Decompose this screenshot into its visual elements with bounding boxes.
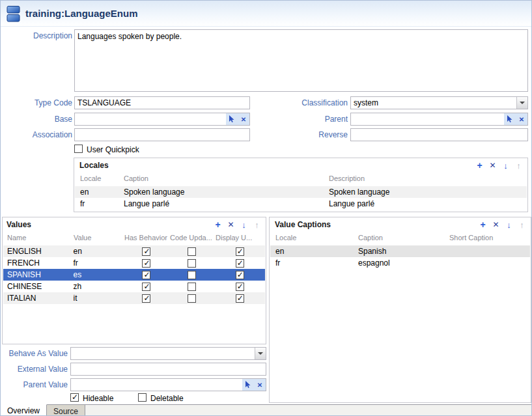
locale-cell: en: [270, 247, 358, 256]
values-row[interactable]: SPANISH es: [3, 269, 265, 281]
classification-combo[interactable]: system: [350, 96, 528, 109]
clear-reference-icon[interactable]: ✕: [254, 379, 266, 391]
locales-header-description: Description: [329, 174, 527, 182]
caption-cell: espagnol: [358, 258, 449, 268]
code-update-checkbox[interactable]: [188, 259, 196, 268]
name-cell: CHINESE: [3, 282, 73, 291]
locale-cell: fr: [75, 199, 124, 208]
association-label: Association: [7, 130, 72, 139]
name-cell: SPANISH: [3, 270, 73, 279]
tab-overview[interactable]: Overview: [1, 404, 47, 416]
user-quickpick-label: User Quickpick: [87, 145, 139, 154]
delete-icon[interactable]: ✕: [491, 220, 501, 229]
classification-value: system: [351, 98, 516, 107]
delete-icon[interactable]: ✕: [488, 161, 497, 170]
has-behavior-checkbox[interactable]: [142, 247, 150, 256]
move-up-icon[interactable]: ↑: [252, 220, 262, 230]
add-icon[interactable]: +: [213, 219, 223, 230]
parent-field: ✕: [350, 113, 528, 126]
captions-header-row: Locale Caption Short Caption: [270, 234, 530, 242]
code-update-checkbox[interactable]: [188, 294, 196, 303]
display-checkbox[interactable]: [236, 247, 244, 256]
values-header-has-behavior: Has Behavior: [124, 234, 170, 242]
locale-cell: fr: [270, 258, 358, 268]
page-title: training:LanguageEnum: [25, 8, 138, 19]
reverse-input[interactable]: [350, 128, 528, 141]
pick-reference-icon[interactable]: [504, 113, 516, 125]
captions-header-short-caption: Short Caption: [449, 234, 530, 242]
locales-section: Locales + ✕ ↓ ↑ Locale Caption Descripti…: [74, 158, 528, 212]
deletable-checkbox[interactable]: [138, 393, 147, 402]
locales-header-row: Locale Caption Description: [75, 174, 527, 182]
has-behavior-checkbox[interactable]: [142, 271, 150, 279]
code-update-checkbox[interactable]: [188, 247, 196, 256]
values-toolbar: + ✕ ↓ ↑: [213, 219, 262, 230]
type-code-input[interactable]: [74, 96, 250, 109]
value-captions-title: Value Captions: [275, 220, 331, 229]
move-down-icon[interactable]: ↓: [504, 220, 514, 230]
display-checkbox[interactable]: [236, 283, 244, 291]
display-checkbox[interactable]: [236, 259, 244, 268]
values-row[interactable]: CHINESE zh: [3, 281, 265, 292]
move-up-icon[interactable]: ↑: [514, 161, 524, 171]
values-title: Values: [7, 220, 31, 229]
delete-icon[interactable]: ✕: [226, 220, 236, 229]
value-captions-toolbar: + ✕ ↓ ↑: [478, 219, 527, 230]
has-behavior-checkbox[interactable]: [142, 259, 150, 268]
parent-input[interactable]: [351, 114, 504, 124]
values-row[interactable]: ITALIAN it: [3, 292, 265, 304]
clear-reference-icon[interactable]: ✕: [238, 113, 249, 125]
has-behavior-checkbox[interactable]: [142, 283, 150, 291]
captions-row[interactable]: fr espagnol: [270, 257, 530, 269]
captions-header-locale: Locale: [270, 234, 358, 242]
locales-row[interactable]: fr Langue parlé Langue parlé: [75, 198, 527, 210]
name-cell: ENGLISH: [3, 247, 73, 256]
reverse-label: Reverse: [279, 130, 348, 139]
move-up-icon[interactable]: ↑: [517, 220, 527, 230]
parent-value-input[interactable]: [71, 380, 242, 390]
code-update-checkbox[interactable]: [188, 271, 196, 279]
add-icon[interactable]: +: [475, 160, 484, 171]
parent-label: Parent: [279, 115, 348, 124]
value-cell: zh: [73, 282, 124, 291]
caption-cell: Spanish: [358, 247, 449, 256]
pick-reference-icon[interactable]: [226, 113, 238, 125]
value-cell: fr: [73, 258, 124, 268]
move-down-icon[interactable]: ↓: [501, 161, 511, 171]
display-checkbox[interactable]: [236, 271, 244, 279]
value-cell: it: [73, 294, 124, 303]
user-quickpick-checkbox[interactable]: [74, 145, 83, 153]
locales-row[interactable]: en Spoken language Spoken language: [75, 186, 527, 198]
move-down-icon[interactable]: ↓: [239, 220, 249, 230]
page-header: training:LanguageEnum: [1, 1, 532, 27]
values-header-value: Value: [74, 234, 124, 242]
display-checkbox[interactable]: [236, 294, 244, 303]
values-row[interactable]: ENGLISH en: [3, 245, 265, 257]
code-update-checkbox[interactable]: [188, 283, 196, 291]
values-header-code-update: Code Upda...: [170, 234, 216, 242]
value-captions-section: Value Captions + ✕ ↓ ↑ Locale Caption Sh…: [269, 217, 531, 403]
tab-source[interactable]: Source: [47, 405, 85, 416]
deletable-label: Deletable: [150, 394, 184, 403]
description-textarea[interactable]: Languages spoken by people.: [74, 29, 528, 92]
add-icon[interactable]: +: [478, 219, 488, 230]
locales-toolbar: + ✕ ↓ ↑: [475, 160, 524, 171]
enum-editor-window: training:LanguageEnum Description Langua…: [0, 0, 532, 416]
captions-row[interactable]: en Spanish: [270, 245, 530, 257]
type-code-label: Type Code: [7, 98, 72, 107]
description-cell: Spoken language: [329, 187, 527, 197]
external-value-input[interactable]: [70, 363, 266, 376]
parent-value-label: Parent Value: [1, 380, 68, 389]
chevron-down-icon[interactable]: [516, 97, 527, 109]
base-input[interactable]: [75, 114, 226, 124]
behave-as-value-combo[interactable]: [70, 347, 266, 360]
behave-as-value-label: Behave As Value: [1, 349, 68, 358]
hideable-checkbox[interactable]: [70, 393, 79, 402]
pick-reference-icon[interactable]: [242, 379, 254, 391]
has-behavior-checkbox[interactable]: [142, 294, 150, 303]
chevron-down-icon[interactable]: [255, 348, 266, 359]
values-row[interactable]: FRENCH fr: [3, 257, 265, 269]
value-cell: es: [73, 270, 124, 279]
clear-reference-icon[interactable]: ✕: [516, 113, 527, 125]
association-input[interactable]: [74, 128, 250, 141]
